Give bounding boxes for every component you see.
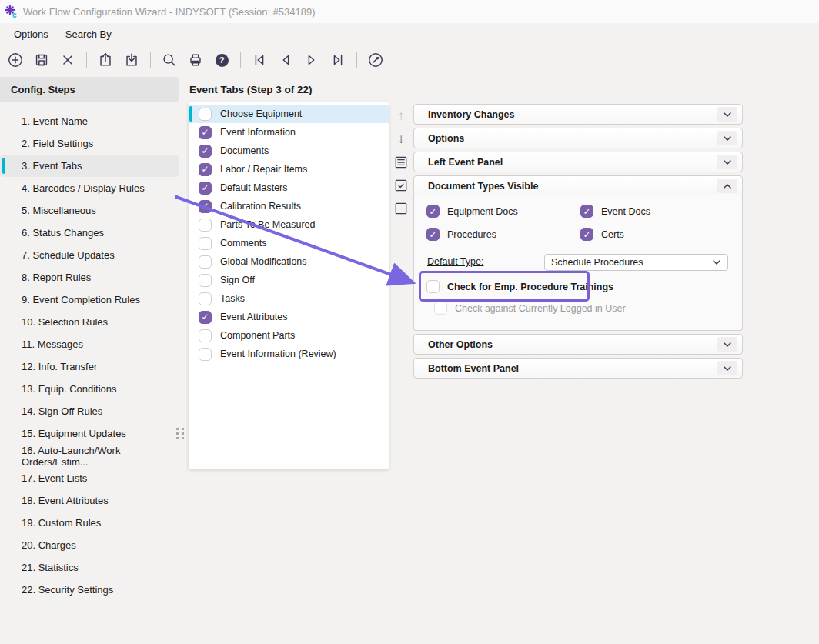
doc-type-checkbox[interactable]: ✓	[580, 205, 593, 218]
section-header-options[interactable]: Options	[413, 128, 743, 148]
toolbar: ?	[0, 46, 819, 74]
sidebar-item-3[interactable]: 3. Event Tabs	[0, 155, 179, 177]
list-tool-strip: ↑↓	[391, 105, 411, 220]
doc-type-checkbox[interactable]: ✓	[426, 205, 440, 218]
sidebar-item-6[interactable]: 6. Status Changes	[0, 222, 179, 244]
event-tab-row[interactable]: ✓Sign Off	[189, 271, 389, 289]
event-tab-row[interactable]: ✓Global Modifications	[189, 252, 389, 271]
sidebar-item-19[interactable]: 19. Custom Rules	[0, 512, 179, 534]
default-type-dropdown[interactable]: Schedule Procedures	[544, 254, 728, 271]
menu-bar: OptionsSearch By	[0, 23, 819, 45]
help-icon[interactable]: ?	[212, 51, 231, 69]
event-tab-row[interactable]: ✓Default Masters	[189, 179, 389, 197]
previous-icon[interactable]	[276, 51, 295, 69]
event-tab-row[interactable]: ✓Event Information (Review)	[189, 345, 389, 363]
section-header-bottom-event-panel[interactable]: Bottom Event Panel	[413, 358, 743, 379]
uncheck-all-icon[interactable]	[391, 197, 411, 220]
chevron-down-icon[interactable]	[717, 131, 737, 145]
section-header-left-event-panel[interactable]: Left Event Panel	[413, 152, 743, 172]
tab-checkbox[interactable]: ✓	[199, 145, 212, 158]
doc-type-slot-3[interactable]: ✓Certs	[580, 228, 624, 241]
menu-item-search-by[interactable]: Search By	[65, 28, 112, 40]
tab-checkbox[interactable]: ✓	[199, 219, 212, 232]
sidebar-item-12[interactable]: 12. Info. Transfer	[0, 355, 179, 378]
section-header-inventory-changes[interactable]: Inventory Changes	[413, 104, 743, 125]
sidebar-item-20[interactable]: 20. Charges	[0, 534, 179, 556]
tab-checkbox[interactable]: ✓	[199, 126, 212, 139]
check-all-icon[interactable]	[391, 174, 411, 197]
delete-icon[interactable]	[58, 51, 77, 69]
event-tab-row[interactable]: ✓Parts To Be Measured	[189, 215, 389, 234]
search-icon[interactable]	[160, 51, 179, 69]
event-tab-row[interactable]: ✓Tasks	[189, 289, 389, 308]
sidebar-item-8[interactable]: 8. Report Rules	[0, 266, 179, 289]
sidebar-item-10[interactable]: 10. Selection Rules	[0, 311, 179, 333]
sidebar-item-22[interactable]: 22. Security Settings	[0, 579, 179, 601]
tab-checkbox[interactable]: ✓	[199, 255, 212, 269]
save-icon[interactable]	[32, 51, 51, 69]
training-checkbox[interactable]: ✓	[426, 280, 440, 293]
chevron-up-icon[interactable]	[717, 179, 737, 193]
move-down-icon[interactable]: ↓	[391, 128, 411, 151]
first-icon[interactable]	[250, 51, 269, 69]
sidebar-item-16[interactable]: 16. Auto-Launch/Work Orders/Estim...	[0, 445, 179, 467]
sidebar-item-2[interactable]: 2. Field Settings	[0, 132, 179, 155]
tab-checkbox[interactable]: ✓	[199, 108, 212, 121]
move-up-icon[interactable]: ↑	[391, 105, 411, 128]
sidebar-item-15[interactable]: 15. Equipment Updates	[0, 422, 179, 445]
tab-checkbox[interactable]: ✓	[199, 274, 212, 287]
last-icon[interactable]	[329, 51, 347, 69]
sidebar-item-14[interactable]: 14. Sign Off Rules	[0, 400, 179, 422]
chevron-down-icon[interactable]	[717, 337, 737, 352]
menu-item-options[interactable]: Options	[14, 28, 48, 40]
event-tab-row[interactable]: ✓Component Parts	[189, 326, 389, 345]
tab-label: Labor / Repair Items	[220, 164, 307, 175]
splitter-grip-handle[interactable]	[174, 425, 186, 442]
chevron-down-icon[interactable]	[717, 361, 737, 375]
tab-checkbox[interactable]: ✓	[199, 329, 212, 342]
section-header-other-options[interactable]: Other Options	[413, 334, 743, 355]
event-tab-row[interactable]: ✓Event Attributes	[189, 308, 389, 326]
compass-icon[interactable]	[366, 51, 385, 69]
tab-checkbox[interactable]: ✓	[199, 200, 212, 213]
doc-type-slot-2[interactable]: ✓Procedures	[426, 228, 496, 241]
sidebar-item-21[interactable]: 21. Statistics	[0, 556, 179, 579]
export-icon[interactable]	[96, 51, 115, 69]
tab-checkbox[interactable]: ✓	[199, 237, 212, 250]
doc-type-slot-1[interactable]: ✓Event Docs	[580, 205, 650, 218]
sidebar-item-7[interactable]: 7. Schedule Updates	[0, 244, 179, 266]
tab-checkbox[interactable]: ✓	[199, 182, 212, 195]
details-icon[interactable]	[391, 151, 411, 174]
event-tab-row[interactable]: ✓Event Information	[189, 123, 389, 142]
sidebar-item-11[interactable]: 11. Messages	[0, 333, 179, 355]
tab-checkbox[interactable]: ✓	[199, 348, 212, 361]
sidebar-item-18[interactable]: 18. Event Attributes	[0, 489, 179, 512]
chevron-down-icon[interactable]	[717, 155, 737, 169]
event-tab-row[interactable]: ✓Labor / Repair Items	[189, 160, 389, 179]
import-icon[interactable]	[122, 51, 141, 69]
section-header-document-types-visible[interactable]: Document Types Visible	[413, 175, 743, 196]
doc-type-checkbox[interactable]: ✓	[580, 228, 593, 241]
event-tab-row[interactable]: ✓Calibration Results	[189, 197, 389, 215]
training-checkbox-row[interactable]: ✓ Check for Emp. Procedure Trainings	[426, 280, 613, 293]
add-icon[interactable]	[6, 51, 25, 69]
chevron-down-icon[interactable]	[717, 107, 737, 122]
sidebar-item-5[interactable]: 5. Miscellaneous	[0, 199, 179, 222]
tab-checkbox[interactable]: ✓	[199, 163, 212, 176]
doc-type-slot-0[interactable]: ✓Equipment Docs	[426, 205, 518, 218]
sidebar-item-17[interactable]: 17. Event Lists	[0, 467, 179, 489]
tab-checkbox[interactable]: ✓	[199, 292, 212, 305]
sidebar-item-4[interactable]: 4. Barcodes / Display Rules	[0, 177, 179, 199]
sidebar-item-1[interactable]: 1. Event Name	[0, 110, 179, 132]
sidebar-item-13[interactable]: 13. Equip. Conditions	[0, 378, 179, 400]
event-tab-row[interactable]: ✓Choose Equipment	[189, 105, 389, 123]
print-icon[interactable]	[186, 51, 205, 69]
tab-checkbox[interactable]: ✓	[199, 311, 212, 324]
event-tab-row[interactable]: ✓Documents	[189, 142, 389, 160]
doc-type-label: Equipment Docs	[447, 206, 518, 217]
sidebar-item-9[interactable]: 9. Event Completion Rules	[0, 289, 179, 311]
next-icon[interactable]	[303, 51, 321, 69]
doc-type-checkbox[interactable]: ✓	[426, 228, 440, 241]
config-steps-list: 1. Event Name2. Field Settings3. Event T…	[0, 110, 179, 601]
event-tab-row[interactable]: ✓Comments	[189, 234, 389, 252]
